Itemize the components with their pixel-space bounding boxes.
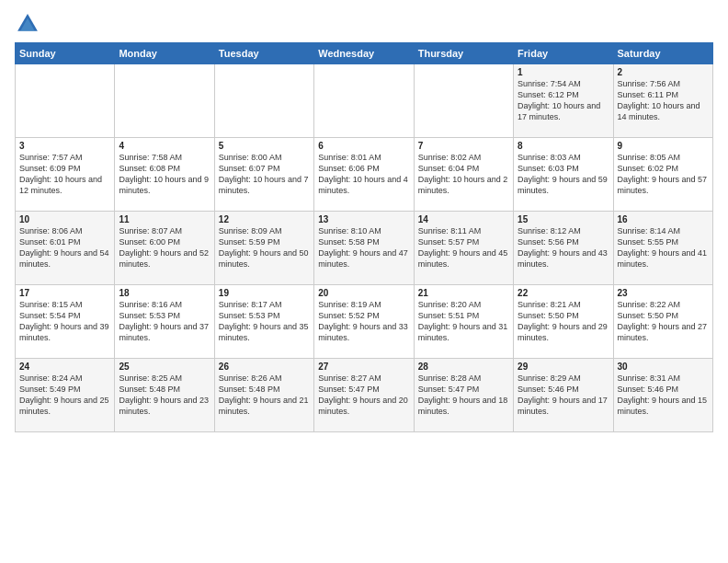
col-header-sunday: Sunday xyxy=(16,43,115,64)
col-header-wednesday: Wednesday xyxy=(314,43,414,64)
day-number: 6 xyxy=(318,141,409,151)
day-info: Sunrise: 7:58 AM Sunset: 6:08 PM Dayligh… xyxy=(119,152,210,197)
day-number: 2 xyxy=(618,67,709,77)
day-cell: 30Sunrise: 8:31 AM Sunset: 5:46 PM Dayli… xyxy=(613,359,712,432)
day-cell: 22Sunrise: 8:21 AM Sunset: 5:50 PM Dayli… xyxy=(514,285,613,359)
day-info: Sunrise: 8:22 AM Sunset: 5:50 PM Dayligh… xyxy=(618,299,709,344)
day-number: 23 xyxy=(618,288,709,298)
day-info: Sunrise: 8:16 AM Sunset: 5:53 PM Dayligh… xyxy=(119,299,210,344)
week-row-3: 10Sunrise: 8:06 AM Sunset: 6:01 PM Dayli… xyxy=(16,212,713,285)
day-cell: 14Sunrise: 8:11 AM Sunset: 5:57 PM Dayli… xyxy=(414,212,513,285)
col-header-thursday: Thursday xyxy=(414,43,513,64)
day-info: Sunrise: 8:14 AM Sunset: 5:55 PM Dayligh… xyxy=(618,225,709,270)
day-number: 13 xyxy=(318,214,409,224)
day-number: 3 xyxy=(19,141,110,151)
day-cell: 16Sunrise: 8:14 AM Sunset: 5:55 PM Dayli… xyxy=(613,212,712,285)
col-header-monday: Monday xyxy=(115,43,214,64)
day-info: Sunrise: 8:31 AM Sunset: 5:46 PM Dayligh… xyxy=(618,373,709,418)
day-cell: 28Sunrise: 8:28 AM Sunset: 5:47 PM Dayli… xyxy=(414,359,513,432)
day-info: Sunrise: 7:54 AM Sunset: 6:12 PM Dayligh… xyxy=(518,78,609,123)
day-number: 7 xyxy=(418,141,509,151)
day-cell xyxy=(414,64,513,138)
day-cell: 3Sunrise: 7:57 AM Sunset: 6:09 PM Daylig… xyxy=(16,138,115,212)
day-number: 16 xyxy=(618,214,709,224)
day-info: Sunrise: 8:17 AM Sunset: 5:53 PM Dayligh… xyxy=(219,299,310,344)
day-cell: 11Sunrise: 8:07 AM Sunset: 6:00 PM Dayli… xyxy=(115,212,214,285)
day-number: 12 xyxy=(219,214,310,224)
header xyxy=(15,11,713,37)
day-cell: 1Sunrise: 7:54 AM Sunset: 6:12 PM Daylig… xyxy=(514,64,613,138)
day-cell: 25Sunrise: 8:25 AM Sunset: 5:48 PM Dayli… xyxy=(115,359,214,432)
day-info: Sunrise: 8:27 AM Sunset: 5:47 PM Dayligh… xyxy=(318,373,409,418)
day-info: Sunrise: 8:11 AM Sunset: 5:57 PM Dayligh… xyxy=(418,225,509,270)
day-number: 5 xyxy=(219,141,310,151)
day-number: 29 xyxy=(518,362,609,372)
day-cell: 20Sunrise: 8:19 AM Sunset: 5:52 PM Dayli… xyxy=(314,285,414,359)
day-number: 4 xyxy=(119,141,210,151)
day-info: Sunrise: 8:09 AM Sunset: 5:59 PM Dayligh… xyxy=(219,225,310,270)
day-cell: 17Sunrise: 8:15 AM Sunset: 5:54 PM Dayli… xyxy=(16,285,115,359)
day-cell: 27Sunrise: 8:27 AM Sunset: 5:47 PM Dayli… xyxy=(314,359,414,432)
day-cell: 29Sunrise: 8:29 AM Sunset: 5:46 PM Dayli… xyxy=(514,359,613,432)
day-info: Sunrise: 7:56 AM Sunset: 6:11 PM Dayligh… xyxy=(618,78,709,123)
day-cell: 2Sunrise: 7:56 AM Sunset: 6:11 PM Daylig… xyxy=(613,64,712,138)
day-info: Sunrise: 8:07 AM Sunset: 6:00 PM Dayligh… xyxy=(119,225,210,270)
day-cell: 10Sunrise: 8:06 AM Sunset: 6:01 PM Dayli… xyxy=(16,212,115,285)
day-cell: 18Sunrise: 8:16 AM Sunset: 5:53 PM Dayli… xyxy=(115,285,214,359)
day-cell: 13Sunrise: 8:10 AM Sunset: 5:58 PM Dayli… xyxy=(314,212,414,285)
day-number: 24 xyxy=(19,362,110,372)
day-info: Sunrise: 8:25 AM Sunset: 5:48 PM Dayligh… xyxy=(119,373,210,418)
day-cell: 12Sunrise: 8:09 AM Sunset: 5:59 PM Dayli… xyxy=(214,212,313,285)
day-cell: 8Sunrise: 8:03 AM Sunset: 6:03 PM Daylig… xyxy=(514,138,613,212)
day-info: Sunrise: 8:00 AM Sunset: 6:07 PM Dayligh… xyxy=(219,152,310,197)
day-number: 21 xyxy=(418,288,509,298)
day-cell xyxy=(214,64,313,138)
day-number: 9 xyxy=(618,141,709,151)
header-row: SundayMondayTuesdayWednesdayThursdayFrid… xyxy=(16,43,713,64)
day-info: Sunrise: 8:10 AM Sunset: 5:58 PM Dayligh… xyxy=(318,225,409,270)
day-info: Sunrise: 8:20 AM Sunset: 5:51 PM Dayligh… xyxy=(418,299,509,344)
day-cell: 24Sunrise: 8:24 AM Sunset: 5:49 PM Dayli… xyxy=(16,359,115,432)
day-number: 20 xyxy=(318,288,409,298)
day-number: 28 xyxy=(418,362,509,372)
day-info: Sunrise: 8:12 AM Sunset: 5:56 PM Dayligh… xyxy=(518,225,609,270)
day-cell: 26Sunrise: 8:26 AM Sunset: 5:48 PM Dayli… xyxy=(214,359,313,432)
day-number: 30 xyxy=(618,362,709,372)
day-cell xyxy=(115,64,214,138)
day-info: Sunrise: 8:01 AM Sunset: 6:06 PM Dayligh… xyxy=(318,152,409,197)
day-cell: 7Sunrise: 8:02 AM Sunset: 6:04 PM Daylig… xyxy=(414,138,513,212)
col-header-tuesday: Tuesday xyxy=(214,43,313,64)
day-info: Sunrise: 8:02 AM Sunset: 6:04 PM Dayligh… xyxy=(418,152,509,197)
day-cell: 19Sunrise: 8:17 AM Sunset: 5:53 PM Dayli… xyxy=(214,285,313,359)
day-number: 19 xyxy=(219,288,310,298)
day-number: 18 xyxy=(119,288,210,298)
day-info: Sunrise: 8:19 AM Sunset: 5:52 PM Dayligh… xyxy=(318,299,409,344)
day-cell: 6Sunrise: 8:01 AM Sunset: 6:06 PM Daylig… xyxy=(314,138,414,212)
day-info: Sunrise: 8:21 AM Sunset: 5:50 PM Dayligh… xyxy=(518,299,609,344)
day-cell: 21Sunrise: 8:20 AM Sunset: 5:51 PM Dayli… xyxy=(414,285,513,359)
day-info: Sunrise: 8:24 AM Sunset: 5:49 PM Dayligh… xyxy=(19,373,110,418)
week-row-1: 1Sunrise: 7:54 AM Sunset: 6:12 PM Daylig… xyxy=(16,64,713,138)
calendar-table: SundayMondayTuesdayWednesdayThursdayFrid… xyxy=(15,42,713,432)
week-row-5: 24Sunrise: 8:24 AM Sunset: 5:49 PM Dayli… xyxy=(16,359,713,432)
logo xyxy=(15,11,42,37)
week-row-4: 17Sunrise: 8:15 AM Sunset: 5:54 PM Dayli… xyxy=(16,285,713,359)
day-info: Sunrise: 8:29 AM Sunset: 5:46 PM Dayligh… xyxy=(518,373,609,418)
day-number: 27 xyxy=(318,362,409,372)
day-info: Sunrise: 8:06 AM Sunset: 6:01 PM Dayligh… xyxy=(19,225,110,270)
day-cell xyxy=(314,64,414,138)
col-header-saturday: Saturday xyxy=(613,43,712,64)
day-number: 14 xyxy=(418,214,509,224)
day-number: 10 xyxy=(19,214,110,224)
day-number: 26 xyxy=(219,362,310,372)
day-info: Sunrise: 7:57 AM Sunset: 6:09 PM Dayligh… xyxy=(19,152,110,197)
day-info: Sunrise: 8:28 AM Sunset: 5:47 PM Dayligh… xyxy=(418,373,509,418)
day-info: Sunrise: 8:15 AM Sunset: 5:54 PM Dayligh… xyxy=(19,299,110,344)
logo-icon xyxy=(15,11,40,37)
day-info: Sunrise: 8:03 AM Sunset: 6:03 PM Dayligh… xyxy=(518,152,609,197)
day-number: 22 xyxy=(518,288,609,298)
col-header-friday: Friday xyxy=(514,43,613,64)
day-info: Sunrise: 8:05 AM Sunset: 6:02 PM Dayligh… xyxy=(618,152,709,197)
day-cell: 5Sunrise: 8:00 AM Sunset: 6:07 PM Daylig… xyxy=(214,138,313,212)
day-number: 25 xyxy=(119,362,210,372)
